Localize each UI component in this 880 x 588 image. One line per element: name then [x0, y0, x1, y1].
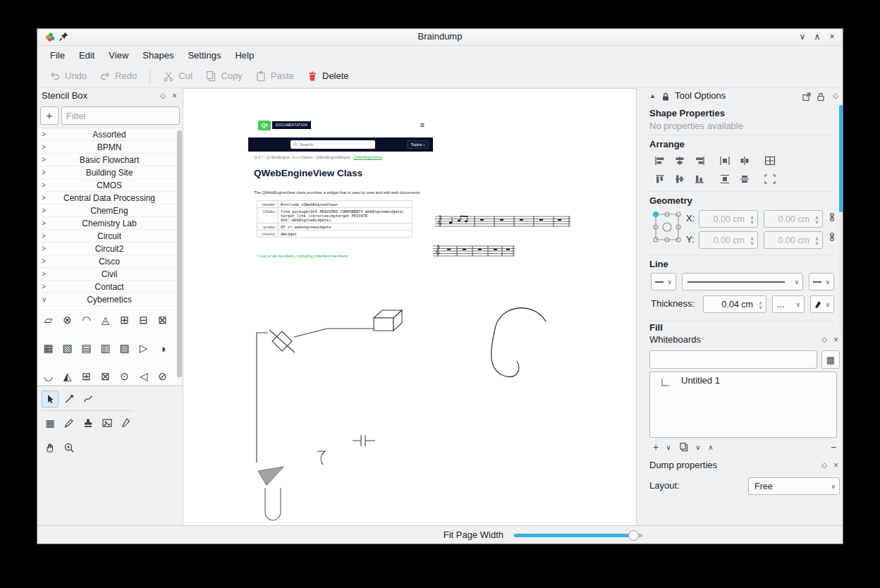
- expander-icon[interactable]: >: [42, 179, 46, 192]
- add-whiteboard-button[interactable]: +: [649, 441, 662, 453]
- expander-icon[interactable]: >: [42, 154, 46, 166]
- add-whiteboard-menu-icon[interactable]: ∨: [662, 441, 675, 453]
- link-height-button[interactable]: [827, 232, 837, 244]
- stencil-shape[interactable]: ◬: [96, 306, 115, 334]
- cut-button[interactable]: Cut: [157, 67, 199, 85]
- close-panel-icon[interactable]: ×: [172, 88, 177, 104]
- titlebar[interactable]: Braindump ∨ ∧ ×: [37, 29, 843, 46]
- close-panel-icon[interactable]: ×: [833, 332, 838, 348]
- stencil-shape[interactable]: ⊟: [134, 306, 153, 334]
- panel-splitter[interactable]: [37, 385, 183, 386]
- menu-settings[interactable]: Settings: [181, 48, 228, 63]
- whiteboards-list[interactable]: Untitled 1: [649, 372, 837, 438]
- thickness-spinbox[interactable]: 0.04 cm ∧∨: [703, 295, 766, 313]
- expander-icon[interactable]: >: [42, 192, 46, 204]
- float-panel-icon[interactable]: ◇: [821, 458, 827, 473]
- scrollbar-thumb[interactable]: [177, 130, 182, 377]
- distribute-v-top-button[interactable]: [716, 171, 734, 187]
- delete-button[interactable]: Delete: [300, 67, 355, 85]
- stencil-shape[interactable]: ⊘: [153, 362, 172, 385]
- stencil-category-contact[interactable]: >Contact: [37, 281, 181, 293]
- distribute-v-center-button[interactable]: [735, 171, 754, 187]
- stencil-shape[interactable]: ▧: [58, 334, 77, 362]
- expander-icon[interactable]: >: [42, 281, 46, 293]
- close-button[interactable]: ×: [826, 30, 838, 43]
- remove-whiteboard-button[interactable]: −: [827, 441, 840, 453]
- width-spinbox[interactable]: 0.00 cm ∧∨: [764, 210, 823, 228]
- stencil-shape[interactable]: ▤: [77, 334, 96, 362]
- stencil-shape[interactable]: ◭: [58, 362, 77, 385]
- stencil-category-cisco[interactable]: >Cisco: [37, 255, 181, 268]
- stencil-shape[interactable]: ⊠: [153, 306, 172, 334]
- add-stencil-button[interactable]: +: [40, 106, 59, 125]
- pen-tool-button[interactable]: [118, 415, 135, 431]
- pencil-tool-button[interactable]: [61, 415, 78, 431]
- layout-combo[interactable]: Free ∨: [748, 477, 840, 495]
- spin-arrows[interactable]: ∧∨: [812, 214, 822, 224]
- stencil-shape[interactable]: ⊙: [115, 362, 134, 385]
- menu-file[interactable]: File: [43, 48, 72, 63]
- float-panel-icon[interactable]: ◇: [833, 88, 838, 104]
- copy-button[interactable]: Copy: [199, 67, 248, 85]
- collapse-icon[interactable]: ▲: [649, 88, 656, 104]
- spin-arrows[interactable]: ∧∨: [812, 235, 822, 245]
- stencil-category-chemeng[interactable]: >ChemEng: [37, 204, 181, 217]
- stencil-shape[interactable]: ◑: [153, 334, 172, 362]
- stencil-filter-input[interactable]: [61, 106, 180, 125]
- menu-view[interactable]: View: [102, 48, 135, 63]
- spin-arrows[interactable]: ∧∨: [747, 235, 757, 245]
- music-staff-shape-2[interactable]: [433, 244, 515, 259]
- grid-tool-button[interactable]: ▦: [42, 415, 59, 431]
- expander-icon[interactable]: >: [42, 166, 46, 179]
- expander-icon[interactable]: >: [42, 217, 46, 230]
- stencil-category-civil[interactable]: >Civil: [37, 268, 181, 281]
- height-spinbox[interactable]: 0.00 cm ∧∨: [764, 231, 823, 249]
- tool-options-scrollbar[interactable]: [839, 104, 843, 331]
- lock-icon[interactable]: [661, 91, 671, 106]
- zoom-tool-button[interactable]: [61, 439, 78, 456]
- line-style-combo[interactable]: ∨: [682, 273, 803, 290]
- stencil-category-building-site[interactable]: >Building Site: [37, 166, 181, 179]
- scrollbar-thumb[interactable]: [839, 105, 843, 212]
- stamp-tool-button[interactable]: [80, 415, 97, 431]
- duplicate-whiteboard-button[interactable]: [678, 441, 690, 453]
- stencil-shape[interactable]: ◁: [134, 362, 153, 385]
- expander-icon[interactable]: >: [42, 141, 46, 154]
- y-position-spinbox[interactable]: 0.00 cm ∧∨: [699, 231, 758, 249]
- expander-icon[interactable]: >: [42, 243, 46, 255]
- expander-icon[interactable]: >: [42, 230, 46, 243]
- stencil-category-cmos[interactable]: >CMOS: [37, 179, 181, 192]
- select-tool-button[interactable]: [42, 391, 59, 408]
- align-bottom-button[interactable]: [690, 171, 709, 187]
- align-hcenter-button[interactable]: [671, 153, 689, 169]
- menu-shapes[interactable]: Shapes: [135, 48, 181, 63]
- stencil-list-scrollbar[interactable]: [177, 129, 182, 380]
- stencil-shape[interactable]: ▥: [96, 334, 115, 362]
- align-right-button[interactable]: [690, 153, 709, 169]
- group-button[interactable]: [761, 153, 779, 169]
- line-start-style-combo[interactable]: ∨: [651, 273, 676, 290]
- expander-icon[interactable]: >: [42, 268, 46, 281]
- expander-icon[interactable]: >: [42, 204, 46, 217]
- image-tool-button[interactable]: [99, 415, 116, 431]
- align-vcenter-button[interactable]: [671, 171, 689, 187]
- line-dash-combo[interactable]: ... ∨: [772, 295, 805, 313]
- stencil-shape[interactable]: ◠: [77, 306, 96, 334]
- distribute-h-center-button[interactable]: [735, 153, 754, 169]
- stencil-shape[interactable]: ⊠: [96, 362, 115, 385]
- move-down-button[interactable]: ∨: [692, 441, 704, 453]
- line-cap-combo[interactable]: ∨: [810, 295, 834, 313]
- pin-lock-icon[interactable]: [816, 91, 826, 106]
- stencil-shape[interactable]: ▦: [39, 334, 58, 362]
- link-width-button[interactable]: [827, 212, 837, 224]
- x-position-spinbox[interactable]: 0.00 cm ∧∨: [699, 210, 758, 228]
- stencil-category-circuit2[interactable]: >Circuit2: [37, 243, 181, 255]
- board-view-button[interactable]: ▦: [821, 350, 840, 369]
- undo-button[interactable]: Undo: [43, 67, 93, 85]
- maximize-button[interactable]: ∧: [811, 30, 824, 43]
- float-panel-icon[interactable]: ◇: [160, 88, 166, 104]
- stencil-category-central-data-processing[interactable]: >Central Data Processing: [37, 192, 181, 204]
- spin-arrows[interactable]: ∧∨: [755, 300, 766, 310]
- spin-arrows[interactable]: ∧∨: [747, 214, 757, 224]
- stencil-shape[interactable]: ▱: [39, 306, 58, 334]
